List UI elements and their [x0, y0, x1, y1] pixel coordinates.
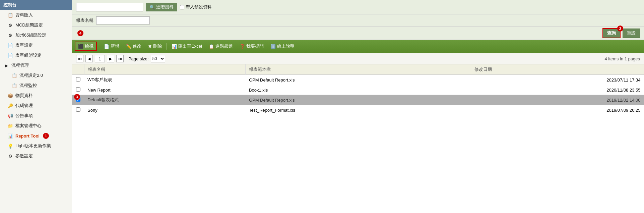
- sidebar-title: 控制台: [3, 2, 16, 8]
- reset-button[interactable]: 重設: [623, 29, 640, 38]
- param-settings-icon: ⚙: [7, 153, 13, 159]
- report-name-label: 報表名稱: [76, 17, 93, 23]
- badge-4: 4: [77, 30, 83, 36]
- sidebar-item-code-management[interactable]: 🔑代碼管理: [0, 101, 72, 111]
- checkbox-wrap-3: [76, 107, 80, 113]
- table-row[interactable]: New ReportBook1.xls2020/11/08 23:55: [72, 85, 644, 95]
- row-date-1: 2020/11/08 23:55: [471, 85, 644, 95]
- prev-page-button[interactable]: ◀: [85, 55, 93, 62]
- form-group-settings-icon: 📄: [7, 52, 13, 58]
- sidebar-item-process-monitor[interactable]: 📋流程監控: [0, 81, 72, 91]
- col-template-file: 報表範本檔: [246, 64, 471, 75]
- row-name-0: WD客戶報表: [84, 75, 246, 85]
- row-checkbox-cell-2: 3: [72, 95, 84, 105]
- filter-button[interactable]: 📋 進階篩選: [206, 42, 236, 50]
- default-data-checkbox[interactable]: [180, 5, 184, 9]
- sidebar-label-ca65-config: 加州65組態設定: [15, 32, 46, 38]
- items-info: 4 items in 1 pages: [604, 56, 640, 61]
- sidebar-item-file-management[interactable]: 📁檔案管理中心: [0, 121, 72, 131]
- toolbar-divider-2: [167, 43, 167, 50]
- delete-icon: ✖: [148, 44, 152, 49]
- form-settings-icon: 📄: [7, 42, 13, 48]
- sidebar: 控制台 📋資料匯入⚙MCD組態設定⚙加州65組態設定📄表單設定📄表單組態設定▶流…: [0, 0, 72, 213]
- view-icon: ⬛: [78, 44, 83, 49]
- sidebar-item-form-group-settings[interactable]: 📄表單組態設定: [0, 50, 72, 60]
- sidebar-label-material-data: 物質資料: [15, 93, 33, 99]
- row-date-2: 2019/12/02 14:00: [471, 95, 644, 105]
- row-date-0: 2023/07/11 17:34: [471, 75, 644, 85]
- col-modify-date: 修改日期: [471, 64, 644, 75]
- next-page-button[interactable]: ▶: [107, 55, 114, 62]
- last-page-button[interactable]: ⏭: [116, 55, 124, 62]
- sidebar-label-mcd-config: MCD組態設定: [15, 22, 43, 28]
- edit-button[interactable]: ✏️ 修改: [123, 42, 144, 50]
- main-content: 🔍 進階搜尋 帶入預設資料 報表名稱 4 查詢 2 重設 ⬛ 檢視 📄 新增: [72, 0, 644, 213]
- sidebar-label-data-import: 資料匯入: [15, 12, 33, 18]
- sidebar-header: 控制台: [0, 0, 72, 10]
- row-checkbox-cell-3: [72, 105, 84, 115]
- row-template-3: Test_Report_Format.xls: [246, 105, 471, 115]
- row-name-3: Sony: [84, 105, 246, 115]
- online-help-button[interactable]: ℹ️ 線上說明: [268, 42, 297, 50]
- sidebar-label-code-management: 代碼管理: [15, 103, 33, 109]
- export-button[interactable]: 📊 匯出至Excel: [169, 42, 205, 50]
- checkbox-wrap-0: [76, 77, 80, 83]
- sidebar-item-report-tool[interactable]: 📊Report Tool1: [0, 131, 72, 141]
- row-name-2: Default報表格式: [84, 95, 246, 105]
- sidebar-label-file-management: 檔案管理中心: [15, 123, 42, 129]
- sidebar-item-data-import[interactable]: 📋資料匯入: [0, 10, 72, 20]
- report-name-row: 報表名稱: [72, 14, 644, 27]
- sidebar-item-material-data[interactable]: 📦物質資料: [0, 91, 72, 101]
- sidebar-label-process-config: 流程設定2.0: [19, 72, 43, 78]
- sidebar-item-process-config[interactable]: 📋流程設定2.0: [0, 70, 72, 81]
- sidebar-label-param-settings: 參數設定: [15, 153, 33, 159]
- sidebar-item-process-management[interactable]: ▶流程管理: [0, 60, 72, 70]
- sidebar-item-light-update[interactable]: 💡Light版本更新作業: [0, 141, 72, 151]
- search-input[interactable]: [76, 3, 143, 11]
- row-template-2: GPM Default Report.xls: [246, 95, 471, 105]
- row-name-1: New Report: [84, 85, 246, 95]
- sidebar-item-param-settings[interactable]: ⚙參數設定: [0, 151, 72, 161]
- process-monitor-icon: 📋: [11, 83, 17, 89]
- row-checkbox-1[interactable]: [76, 87, 80, 92]
- checkbox-wrap-1: [76, 87, 80, 93]
- action-row: 4 查詢 2 重設: [72, 27, 644, 40]
- col-checkbox: [72, 64, 84, 75]
- file-management-icon: 📁: [7, 123, 13, 129]
- report-name-input[interactable]: [96, 16, 150, 24]
- page-size-select[interactable]: 50 100 200: [151, 55, 165, 62]
- first-page-button[interactable]: ⏮: [76, 55, 83, 62]
- help-button[interactable]: ❓ 我要提問: [237, 42, 266, 50]
- delete-button[interactable]: ✖ 刪除: [145, 42, 165, 50]
- row-template-0: GPM Default Report.xls: [246, 75, 471, 85]
- badge-3: 3: [74, 94, 80, 100]
- page-size-label: Page size:: [128, 56, 149, 61]
- toolbar-divider-1: [99, 43, 99, 50]
- sidebar-label-form-settings: 表單設定: [15, 42, 33, 48]
- edit-icon: ✏️: [126, 44, 131, 49]
- view-button[interactable]: ⬛ 檢視: [75, 42, 97, 51]
- light-update-icon: 💡: [7, 143, 13, 149]
- report-table: 報表名稱 報表範本檔 修改日期 WD客戶報表GPM Default Report…: [72, 64, 644, 115]
- page-number-input[interactable]: [95, 55, 105, 62]
- table-row[interactable]: 3Default報表格式GPM Default Report.xls2019/1…: [72, 95, 644, 105]
- advanced-search-button[interactable]: 🔍 進階搜尋: [146, 3, 177, 11]
- badge-4-area: 4: [76, 30, 83, 36]
- default-data-checkbox-label[interactable]: 帶入預設資料: [180, 4, 212, 10]
- add-button[interactable]: 📄 新增: [101, 42, 122, 50]
- sidebar-item-announcement[interactable]: 📢公告事項: [0, 111, 72, 121]
- sidebar-item-form-settings[interactable]: 📄表單設定: [0, 40, 72, 50]
- code-management-icon: 🔑: [7, 103, 13, 109]
- search-icon: 🔍: [149, 5, 155, 10]
- sidebar-item-mcd-config[interactable]: ⚙MCD組態設定: [0, 20, 72, 30]
- row-checkbox-0[interactable]: [76, 77, 80, 82]
- table-row[interactable]: WD客戶報表GPM Default Report.xls2023/07/11 1…: [72, 75, 644, 85]
- row-checkbox-3[interactable]: [76, 107, 80, 112]
- row-checkbox-cell-1: [72, 85, 84, 95]
- sidebar-item-ca65-config[interactable]: ⚙加州65組態設定: [0, 30, 72, 40]
- sidebar-badge-report-tool: 1: [43, 133, 49, 139]
- query-wrap: 查詢 2: [602, 28, 621, 38]
- sidebar-label-light-update: Light版本更新作業: [15, 143, 51, 149]
- badge-2: 2: [617, 25, 623, 32]
- table-row[interactable]: SonyTest_Report_Format.xls2019/07/09 20:…: [72, 105, 644, 115]
